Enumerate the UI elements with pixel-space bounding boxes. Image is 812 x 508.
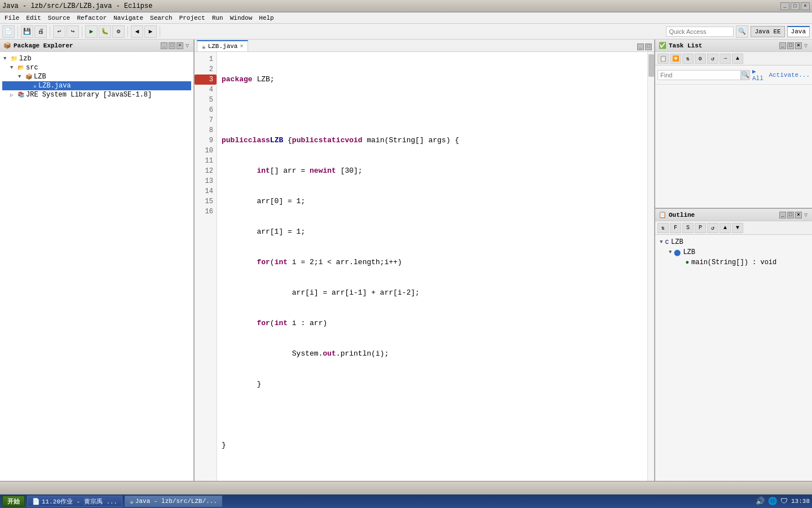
menu-project[interactable]: Project — [176, 14, 209, 23]
task-list-title-area: ✅ Task List — [659, 42, 702, 49]
tree-item-lzb-java[interactable]: ▷ ☕ LZB.java — [2, 81, 191, 90]
panel-minimize-button[interactable]: _ — [161, 42, 167, 49]
volume-icon[interactable]: 🔊 — [756, 497, 765, 506]
menu-source[interactable]: Source — [45, 14, 74, 23]
quick-access-search-button[interactable]: 🔍 — [736, 25, 748, 38]
task-navigate-button[interactable]: → — [720, 54, 731, 64]
outline-toggle-lzb-inner[interactable]: ▼ — [669, 249, 672, 255]
external-tools-button[interactable]: ⚙ — [112, 25, 125, 38]
outline-hide-fields-button[interactable]: F — [670, 223, 681, 233]
undo-button[interactable]: ↩ — [53, 25, 65, 38]
save-button[interactable]: 💾 — [21, 25, 33, 38]
taskbar-item-word[interactable]: 📄 11.20作业 - 黄宗禹 ... — [27, 496, 122, 507]
code-line-9: for(int i : arr) — [222, 318, 643, 329]
task-list-minimize-button[interactable]: _ — [779, 42, 786, 49]
code-content[interactable]: package LZB; public class LZB {public st… — [217, 52, 647, 494]
task-list-header: ✅ Task List _ □ × ▽ — [655, 40, 812, 52]
tree-toggle-jre[interactable]: ▷ — [10, 92, 16, 98]
java-ee-perspective-button[interactable]: Java EE — [751, 26, 784, 37]
outline-hide-nonpublic-button[interactable]: P — [695, 223, 706, 233]
outline-item-lzb-class[interactable]: ▼ C LZB — [657, 237, 810, 247]
task-all-label[interactable]: ▶ All — [750, 68, 769, 82]
task-sort-button[interactable]: ⇅ — [682, 54, 694, 64]
debug-button[interactable]: 🐛 — [99, 25, 111, 38]
outline-sync-button[interactable]: ↺ — [707, 223, 718, 233]
task-collapse-button[interactable]: ▲ — [732, 54, 743, 64]
menu-edit[interactable]: Edit — [23, 14, 44, 23]
toolbar-separator-3 — [82, 26, 82, 37]
menu-window[interactable]: Window — [227, 14, 256, 23]
task-settings-button[interactable]: ⚙ — [695, 54, 706, 64]
redo-button[interactable]: ↪ — [67, 25, 79, 38]
security-icon[interactable]: 🛡 — [780, 497, 788, 506]
close-button[interactable]: × — [801, 2, 810, 10]
minimize-button[interactable]: _ — [780, 2, 789, 10]
panel-close-button[interactable]: × — [176, 42, 183, 49]
task-filter-button[interactable]: 🔽 — [670, 54, 681, 64]
maximize-button[interactable]: □ — [791, 2, 800, 10]
run-button[interactable]: ▶ — [85, 25, 98, 38]
tree-item-lzb[interactable]: ▼ 📁 lzb — [2, 54, 191, 63]
new-button[interactable]: 📄 — [2, 25, 15, 38]
prev-button[interactable]: ◀ — [131, 25, 143, 38]
outline-collapse-button[interactable]: ▲ — [720, 223, 731, 233]
code-line-6: arr[1] = 1; — [222, 227, 643, 237]
quick-access-input[interactable] — [666, 27, 734, 37]
menu-file[interactable]: File — [1, 14, 23, 23]
code-editor: 1 2 3 4 5 6 7 8 9 10 11 12 13 14 15 16 p… — [195, 52, 654, 494]
task-list-close-button[interactable]: × — [795, 42, 802, 49]
menu-search[interactable]: Search — [147, 14, 176, 23]
editor-vertical-scrollbar[interactable] — [647, 52, 654, 494]
menu-refactor[interactable]: Refactor — [73, 14, 110, 23]
start-button[interactable]: 开始 — [2, 496, 25, 507]
outline-hide-static-button[interactable]: S — [682, 223, 694, 233]
editor-tab-close-button[interactable]: × — [240, 43, 243, 50]
task-list-maximize-button[interactable]: □ — [787, 42, 794, 49]
outline-method-icon: ● — [685, 259, 689, 266]
taskbar-icon-eclipse: ☕ — [130, 498, 134, 505]
outline-close-button[interactable]: × — [795, 212, 802, 218]
menu-help[interactable]: Help — [255, 14, 277, 23]
task-activate-label[interactable]: Activate... — [769, 72, 810, 78]
outline-toggle-lzb[interactable]: ▼ — [660, 239, 663, 245]
package-icon: 📦 — [25, 73, 32, 80]
tree-toggle-src[interactable]: ▼ — [10, 65, 16, 71]
editor-scrollbar-thumb[interactable] — [648, 54, 654, 77]
task-find-button[interactable]: 🔍 — [741, 70, 750, 80]
menu-run[interactable]: Run — [209, 14, 227, 23]
task-find-input[interactable] — [657, 70, 741, 80]
editor-maximize-button[interactable]: □ — [645, 43, 652, 50]
panel-menu-button[interactable]: ▽ — [184, 42, 190, 49]
tree-item-src[interactable]: ▼ 📂 src — [2, 63, 191, 72]
code-line-12 — [222, 410, 643, 420]
network-icon[interactable]: 🌐 — [768, 497, 777, 506]
outline-menu-button[interactable]: ▽ — [803, 212, 809, 218]
task-list-menu-button[interactable]: ▽ — [803, 42, 809, 49]
line-num-8: 8 — [195, 125, 217, 135]
tree-item-lzb-package[interactable]: ▼ 📦 LZB — [2, 72, 191, 81]
java-perspective-button[interactable]: Java — [787, 26, 810, 37]
window-controls: _ □ × — [780, 2, 810, 10]
tree-item-jre[interactable]: ▷ 📚 JRE System Library [JavaSE-1.8] — [2, 90, 191, 99]
next-button[interactable]: ▶ — [144, 25, 157, 38]
panel-maximize-button[interactable]: □ — [169, 42, 175, 49]
task-new-button[interactable]: 📋 — [657, 54, 669, 64]
outline-maximize-button[interactable]: □ — [787, 212, 794, 218]
editor-tab-buttons: _ □ — [637, 43, 652, 51]
package-explorer-header: 📦 Package Explorer _ □ × ▽ — [0, 40, 193, 52]
task-refresh-button[interactable]: ↺ — [707, 54, 718, 64]
outline-expand-button[interactable]: ▼ — [732, 223, 743, 233]
editor-tab-lzb-java[interactable]: ☕ LZB.java × — [197, 40, 248, 51]
taskbar-item-eclipse[interactable]: ☕ Java - lzb/src/LZB/... — [125, 496, 222, 507]
tree-toggle-lzb[interactable]: ▼ — [3, 56, 9, 62]
task-search-area: 🔍 ▶ All Activate... — [655, 65, 812, 85]
outline-minimize-button[interactable]: _ — [779, 212, 786, 218]
print-button[interactable]: 🖨 — [34, 25, 47, 38]
quick-access-area: 🔍 Java EE Java — [666, 25, 810, 38]
tree-toggle-lzb-package[interactable]: ▼ — [18, 74, 24, 80]
editor-minimize-button[interactable]: _ — [637, 43, 644, 50]
outline-sort-button[interactable]: ⇅ — [657, 223, 669, 233]
menu-navigate[interactable]: Navigate — [110, 14, 147, 23]
outline-item-lzb-inner[interactable]: ▼ ⬤ LZB — [657, 247, 810, 257]
outline-item-main[interactable]: ▷ ● main(String[]) : void — [657, 257, 810, 268]
